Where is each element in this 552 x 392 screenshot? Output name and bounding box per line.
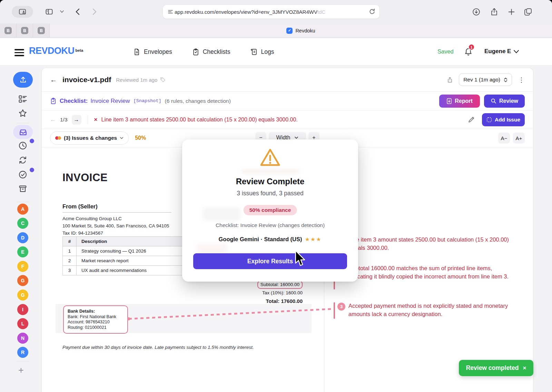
browser-toolbar: app.revdoku.com/envelopes/view?id=env_3J… bbox=[0, 0, 552, 23]
issue-position: 1/3 bbox=[60, 117, 68, 123]
back-button[interactable] bbox=[74, 8, 82, 16]
tab-title: Revdoku bbox=[295, 28, 315, 33]
annotation-text[interactable]: Subtotal 16000.00 matches the sum of pri… bbox=[348, 264, 511, 281]
issues-filter-dropdown[interactable]: (3) Issues & changes bbox=[50, 131, 129, 145]
export-icon[interactable] bbox=[446, 76, 453, 84]
profile-tab-button[interactable] bbox=[12, 6, 33, 18]
checklist-meta: (6 rules, changes detection) bbox=[165, 98, 231, 104]
sidebar-divider bbox=[17, 202, 29, 202]
font-larger-button[interactable]: A+ bbox=[513, 133, 525, 144]
avatar[interactable]: R bbox=[17, 347, 28, 358]
sidebar-item-history[interactable] bbox=[18, 141, 28, 150]
approvals-notification-dot bbox=[30, 168, 34, 172]
user-chevron-icon[interactable] bbox=[513, 50, 519, 53]
sidebar-chevron-icon[interactable] bbox=[60, 10, 64, 13]
checklist-bar: Checklist: Invoice Review [Snapshot] (6 … bbox=[42, 91, 533, 110]
warning-triangle-icon bbox=[259, 148, 281, 168]
review-complete-modal: Review Complete 3 issues found, 3 passed… bbox=[182, 139, 358, 282]
sidebar-toggle-button[interactable] bbox=[45, 8, 53, 16]
review-completed-toast: Review completed × bbox=[459, 360, 533, 376]
pinned-tab-1[interactable]: B bbox=[0, 23, 17, 38]
active-tab[interactable]: ✓ Revdoku bbox=[50, 23, 552, 38]
new-tab-button[interactable] bbox=[507, 8, 516, 16]
avatar[interactable]: C bbox=[17, 218, 28, 229]
add-member-button[interactable]: + bbox=[18, 365, 24, 376]
toast-close-button[interactable]: × bbox=[523, 365, 526, 372]
add-issue-button[interactable]: Add Issue bbox=[482, 113, 525, 126]
review-button[interactable]: Review bbox=[484, 95, 525, 108]
share-button[interactable] bbox=[490, 7, 499, 16]
mouse-cursor bbox=[293, 250, 306, 267]
explore-results-button[interactable]: Explore Results bbox=[193, 253, 347, 269]
tab-overview-button[interactable] bbox=[524, 8, 532, 16]
avatar[interactable]: L bbox=[17, 318, 28, 329]
pinned-tab-2[interactable]: B bbox=[17, 23, 33, 38]
clock-icon bbox=[18, 141, 28, 150]
reader-icon[interactable] bbox=[167, 9, 174, 15]
avatar[interactable]: E bbox=[17, 246, 28, 257]
back-arrow-button[interactable]: ← bbox=[50, 76, 57, 84]
checklist-label: Checklist: bbox=[60, 98, 88, 105]
notifications-button[interactable]: 1 bbox=[464, 47, 473, 57]
user-menu[interactable]: Eugene E bbox=[484, 48, 511, 55]
avatar[interactable]: G bbox=[17, 275, 28, 286]
annotation-text[interactable]: Line item 3 amount states 2500.00 but ca… bbox=[348, 235, 511, 252]
upload-icon bbox=[19, 76, 27, 84]
nav-checklists[interactable]: Checklists bbox=[192, 48, 230, 56]
next-issue-button[interactable]: → bbox=[72, 115, 81, 125]
app-logo[interactable]: REVDOKUbeta bbox=[29, 46, 83, 56]
avatar[interactable]: I bbox=[17, 304, 28, 315]
avatar[interactable]: N bbox=[17, 333, 28, 344]
main-nav: Envelopes Checklists Logs bbox=[133, 38, 274, 66]
downloads-button[interactable] bbox=[472, 8, 481, 16]
sidebar-divider bbox=[17, 123, 29, 123]
sidebar-item-inbox-active[interactable] bbox=[13, 125, 33, 139]
checklist-clipboard-icon bbox=[50, 98, 57, 104]
pinned-tab-favicon: B bbox=[4, 27, 12, 34]
checklist-name-link[interactable]: Invoice Review bbox=[90, 98, 130, 105]
pinned-tab-favicon: B bbox=[38, 27, 45, 34]
logs-scroll-icon bbox=[250, 48, 257, 56]
inbox-icon bbox=[19, 128, 28, 137]
revision-select[interactable]: Rev 1 (1m ago) bbox=[459, 74, 512, 86]
bank-details-highlight[interactable]: Bank Details: Bank: First National Bank … bbox=[63, 305, 128, 334]
avatar[interactable]: A bbox=[17, 204, 28, 215]
pinned-tab-3[interactable]: B bbox=[33, 23, 50, 38]
save-status: Saved bbox=[437, 48, 454, 55]
edit-pencil-icon[interactable] bbox=[468, 116, 475, 123]
notification-badge: 1 bbox=[468, 44, 475, 50]
annotation-text[interactable]: Accepted payment method is not explicitl… bbox=[348, 302, 511, 318]
upload-button[interactable] bbox=[13, 72, 33, 88]
document-header: ← invoice-v1.pdf Reviewed 1m ago Rev 1 (… bbox=[42, 68, 533, 91]
reviewed-timestamp: Reviewed 1m ago bbox=[116, 77, 157, 83]
nav-envelopes[interactable]: Envelopes bbox=[133, 48, 172, 56]
menu-button[interactable] bbox=[14, 47, 24, 58]
sidebar-item-favorites[interactable] bbox=[18, 108, 28, 118]
compliance-percent: 50% bbox=[135, 135, 146, 141]
avatar[interactable]: D bbox=[17, 232, 28, 243]
sidebar-item-sync[interactable] bbox=[18, 155, 28, 165]
font-smaller-button[interactable]: A− bbox=[498, 133, 510, 144]
avatar[interactable]: F bbox=[17, 261, 28, 272]
forward-button[interactable] bbox=[90, 8, 98, 16]
beta-tag: beta bbox=[76, 48, 83, 52]
compliance-badge: 50% compliance bbox=[244, 205, 297, 215]
prev-issue-button[interactable]: ← bbox=[50, 116, 56, 123]
modal-subtitle: 3 issues found, 3 passed bbox=[182, 190, 358, 197]
sidebar-item-dashboard[interactable] bbox=[18, 94, 28, 104]
sidebar-item-approvals[interactable] bbox=[18, 170, 28, 179]
status-dots-icon bbox=[55, 136, 61, 140]
address-bar[interactable]: app.revdoku.com/envelopes/view?id=env_3J… bbox=[163, 5, 379, 19]
tag-icon[interactable] bbox=[160, 77, 166, 83]
more-menu-button[interactable]: ⋮ bbox=[518, 76, 525, 84]
document-title: invoice-v1.pdf bbox=[62, 76, 111, 84]
archive-icon bbox=[18, 184, 28, 194]
modal-engine-line: Google Gemini · Standard (US)★★★ bbox=[182, 236, 358, 243]
nav-logs[interactable]: Logs bbox=[250, 48, 274, 56]
sidebar-item-archive[interactable] bbox=[18, 184, 28, 194]
modal-checklist-line: Checklist: Invoice Review (changes detec… bbox=[182, 222, 358, 228]
avatar[interactable]: G bbox=[17, 290, 28, 301]
report-button[interactable]: Report bbox=[439, 95, 480, 108]
snapshot-tag: [Snapshot] bbox=[134, 98, 161, 104]
reload-icon[interactable] bbox=[369, 8, 375, 15]
